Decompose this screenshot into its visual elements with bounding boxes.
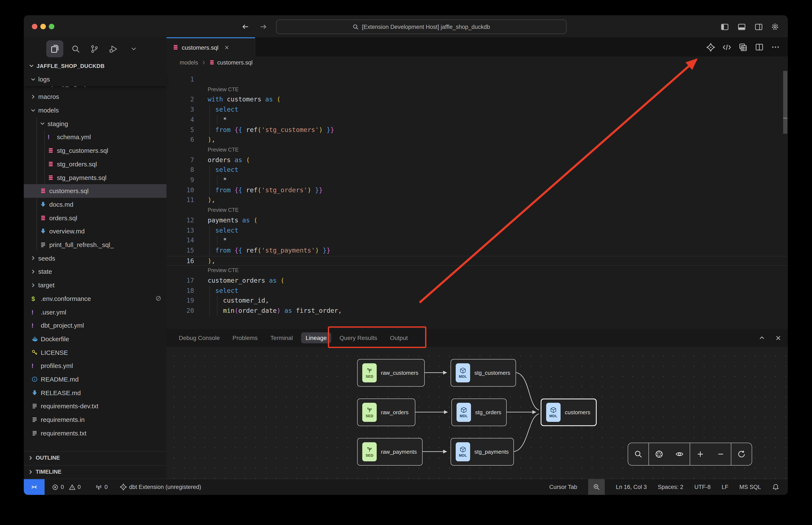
lineage-zoom-in-button[interactable] bbox=[690, 444, 710, 465]
settings-button[interactable] bbox=[769, 21, 781, 32]
tree-item-release-md[interactable]: RELEASE.md bbox=[24, 386, 166, 399]
tree-item-label: seeds bbox=[38, 252, 55, 265]
tree-item-stg-payments-sql[interactable]: stg_payments.sql bbox=[24, 170, 166, 184]
token: } bbox=[327, 126, 330, 134]
forward-button[interactable] bbox=[258, 21, 268, 32]
tree-item-staging[interactable]: staging bbox=[24, 117, 166, 130]
tree-item-overview-md[interactable]: overview.md bbox=[24, 225, 166, 238]
tree-item-stg-customers-sql[interactable]: stg_customers.sql bbox=[24, 144, 166, 157]
cursor-tab-status[interactable]: Cursor Tab bbox=[549, 484, 577, 490]
indentation-status[interactable]: Spaces: 2 bbox=[658, 484, 683, 490]
line-col-status[interactable]: Ln 16, Col 3 bbox=[616, 484, 647, 490]
lineage-node-raw_payments[interactable]: SEDraw_payments bbox=[357, 438, 423, 466]
toggle-panel-button[interactable] bbox=[736, 21, 747, 32]
panel-tab-terminal[interactable]: Terminal bbox=[266, 332, 297, 343]
panel-tab-debug-console[interactable]: Debug Console bbox=[174, 332, 224, 343]
outline-section-header[interactable]: OUTLINE bbox=[24, 451, 166, 464]
tree-item-license[interactable]: LICENSE bbox=[24, 346, 166, 359]
lineage-snapshot-button[interactable] bbox=[649, 444, 669, 465]
tree-item--env-conformance[interactable]: $.env.conformance bbox=[24, 292, 166, 305]
panel-tab-problems[interactable]: Problems bbox=[228, 332, 262, 343]
lineage-search-button[interactable] bbox=[628, 444, 649, 465]
lineage-node-customers[interactable]: MDLcustomers bbox=[541, 399, 597, 426]
dbt-extension-status[interactable]: dbt Extension (unregistered) bbox=[120, 479, 201, 495]
tree-item-customers-sql[interactable]: customers.sql bbox=[24, 184, 166, 198]
code-editor[interactable]: 1Preview CTE2with customers as (3 select… bbox=[166, 68, 788, 329]
codelens-preview-cte[interactable]: Preview CTE bbox=[208, 85, 239, 95]
scrollbar-thumb[interactable] bbox=[783, 71, 787, 134]
token: { bbox=[238, 246, 242, 254]
tree-item-label: models bbox=[38, 103, 59, 117]
toggle-secondary-sidebar-button[interactable] bbox=[753, 21, 764, 32]
node-label: raw_orders bbox=[381, 409, 409, 416]
tree-item--user-yml[interactable]: !.user.yml bbox=[24, 305, 166, 318]
lineage-zoom-out-button[interactable] bbox=[710, 444, 731, 465]
split-editor-button[interactable] bbox=[754, 42, 765, 52]
tree-item-orders-sql[interactable]: orders.sql bbox=[24, 211, 166, 225]
tree-item-dbt-project-yml[interactable]: !dbt_project.yml bbox=[24, 319, 166, 332]
lineage-node-stg_orders[interactable]: MDLstg_orders bbox=[452, 399, 507, 426]
tree-item-profiles-yml[interactable]: !profiles.yml bbox=[24, 359, 166, 372]
tree-item-requirements-txt[interactable]: requirements.txt bbox=[24, 426, 166, 440]
remote-indicator[interactable] bbox=[24, 479, 45, 495]
traffic-light-minimize[interactable] bbox=[40, 24, 46, 29]
tab-customers-sql[interactable]: customers.sql bbox=[166, 38, 255, 57]
encoding-status[interactable]: UTF-8 bbox=[694, 484, 711, 490]
editor-scrollbar[interactable] bbox=[783, 68, 788, 329]
tree-item-print-full-refresh-sql-[interactable]: print_full_refresh._sql_ bbox=[24, 238, 166, 251]
ports-status[interactable]: 0 bbox=[95, 479, 108, 495]
chevron-down-icon bbox=[39, 117, 46, 130]
token bbox=[311, 186, 315, 194]
language-mode-status[interactable]: MS SQL bbox=[739, 484, 761, 490]
compiled-code-button[interactable] bbox=[721, 42, 732, 52]
panel-tab-lineage[interactable]: Lineage bbox=[301, 332, 331, 343]
zoom-status[interactable] bbox=[588, 479, 605, 495]
codelens-preview-cte[interactable]: Preview CTE bbox=[208, 145, 239, 155]
tree-item-requirements-in[interactable]: requirements.in bbox=[24, 413, 166, 426]
tree-item-requirements-dev-txt[interactable]: requirements-dev.txt bbox=[24, 399, 166, 413]
token: payments bbox=[208, 216, 242, 224]
model-badge: MDL bbox=[456, 442, 470, 461]
tree-item-dockerfile[interactable]: Dockerfile bbox=[24, 332, 166, 345]
more-actions-button[interactable] bbox=[770, 42, 781, 52]
tree-item-docs-md[interactable]: docs.md bbox=[24, 198, 166, 211]
problems-status[interactable]: 0 0 bbox=[52, 479, 81, 495]
code-line-11: 11), bbox=[166, 195, 788, 206]
tree-item-stg-orders-sql[interactable]: stg_orders.sql bbox=[24, 157, 166, 170]
tree-item-models[interactable]: models bbox=[24, 103, 166, 117]
traffic-light-close[interactable] bbox=[32, 24, 38, 29]
timeline-section-header[interactable]: TIMELINE bbox=[24, 465, 166, 478]
tree-item-state[interactable]: state bbox=[24, 265, 166, 278]
error-icon bbox=[52, 484, 59, 491]
tree-item-logs[interactable]: logs bbox=[24, 73, 166, 86]
tree-item-readme-md[interactable]: README.md bbox=[24, 372, 166, 386]
back-button[interactable] bbox=[240, 21, 251, 32]
breadcrumb-models[interactable]: models bbox=[180, 59, 198, 65]
lineage-refresh-button[interactable] bbox=[731, 444, 752, 465]
lineage-node-stg_payments[interactable]: MDLstg_payments bbox=[451, 438, 514, 466]
dbt-power-user-button[interactable] bbox=[705, 42, 716, 52]
lineage-node-raw_orders[interactable]: SEDraw_orders bbox=[357, 399, 415, 426]
code-tag-icon bbox=[722, 43, 731, 51]
lineage-node-stg_customers[interactable]: MDLstg_customers bbox=[451, 359, 516, 387]
db-icon bbox=[40, 211, 46, 225]
codelens-preview-cte[interactable]: Preview CTE bbox=[208, 206, 239, 215]
tree-item-seeds[interactable]: seeds bbox=[24, 252, 166, 265]
codelens-preview-cte[interactable]: Preview CTE bbox=[208, 266, 239, 276]
tree-item-target[interactable]: target bbox=[24, 279, 166, 292]
traffic-light-zoom[interactable] bbox=[49, 24, 54, 29]
toggle-primary-sidebar-button[interactable] bbox=[719, 21, 730, 32]
lineage-node-raw_customers[interactable]: SEDraw_customers bbox=[357, 359, 425, 387]
tree-item-schema-yml[interactable]: !schema.yml bbox=[24, 130, 166, 144]
bell-icon[interactable] bbox=[772, 483, 779, 491]
lineage-visibility-button[interactable] bbox=[669, 444, 690, 465]
command-center-search[interactable]: [Extension Development Host] jaffle_shop… bbox=[276, 19, 566, 34]
maximize-panel-button[interactable] bbox=[756, 333, 767, 343]
eol-status[interactable]: LF bbox=[722, 484, 728, 490]
close-icon[interactable] bbox=[224, 44, 230, 50]
tree-item-macros[interactable]: macros bbox=[24, 90, 166, 103]
screenshot-stage: [Extension Development Host] jaffle_shop… bbox=[0, 0, 812, 525]
close-panel-button[interactable] bbox=[772, 333, 784, 343]
breadcrumb-file[interactable]: customers.sql bbox=[217, 59, 253, 65]
query-results-button[interactable] bbox=[737, 42, 748, 52]
